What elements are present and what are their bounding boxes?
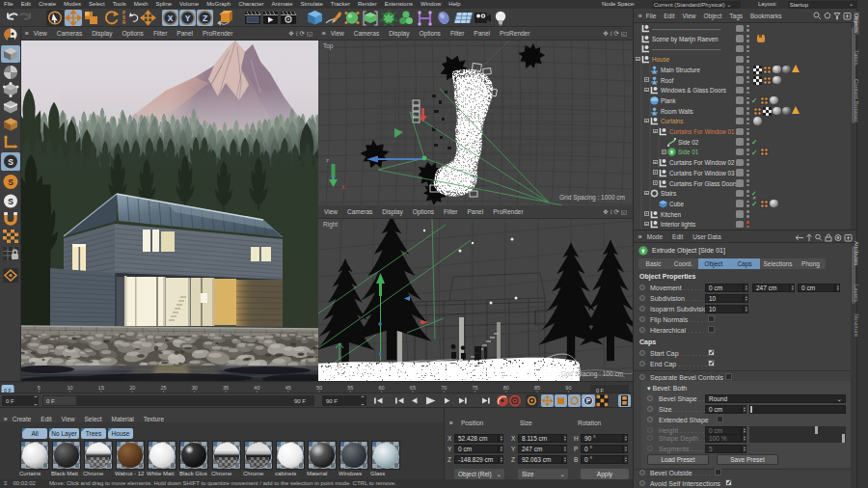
svg-text:Z: Z (203, 14, 207, 23)
svg-text:90 F: 90 F (294, 398, 306, 404)
svg-text:20: 20 (129, 385, 135, 391)
svg-text:10: 10 (68, 385, 73, 391)
svg-text:Y: Y (185, 14, 191, 23)
svg-text:90: 90 (565, 385, 571, 391)
svg-text:65: 65 (410, 385, 416, 391)
svg-text:55: 55 (347, 385, 353, 391)
svg-text:45: 45 (285, 385, 291, 391)
svg-text:60: 60 (379, 385, 385, 391)
svg-text:X: X (168, 14, 174, 23)
svg-text:x: x (341, 183, 345, 190)
svg-text:S: S (8, 197, 14, 206)
svg-text:R: R (122, 20, 126, 25)
svg-text:80: 80 (503, 385, 509, 391)
svg-text:S: S (8, 157, 14, 167)
svg-text:70: 70 (441, 385, 447, 391)
svg-text:S: S (8, 177, 14, 187)
svg-text:5: 5 (38, 385, 41, 391)
svg-text:0 F: 0 F (6, 398, 14, 404)
svg-text:P: P (586, 397, 591, 404)
svg-text:90 F: 90 F (326, 398, 338, 404)
svg-text:50: 50 (316, 385, 322, 391)
svg-text:35: 35 (223, 385, 229, 391)
svg-text:75: 75 (472, 385, 477, 391)
svg-text:15: 15 (98, 385, 104, 391)
svg-text:85: 85 (534, 385, 540, 391)
svg-text:40: 40 (254, 385, 259, 391)
svg-text:25: 25 (160, 385, 166, 391)
svg-text:z: z (326, 157, 329, 163)
svg-text:0 F: 0 F (46, 398, 55, 404)
svg-text:30: 30 (192, 385, 198, 391)
